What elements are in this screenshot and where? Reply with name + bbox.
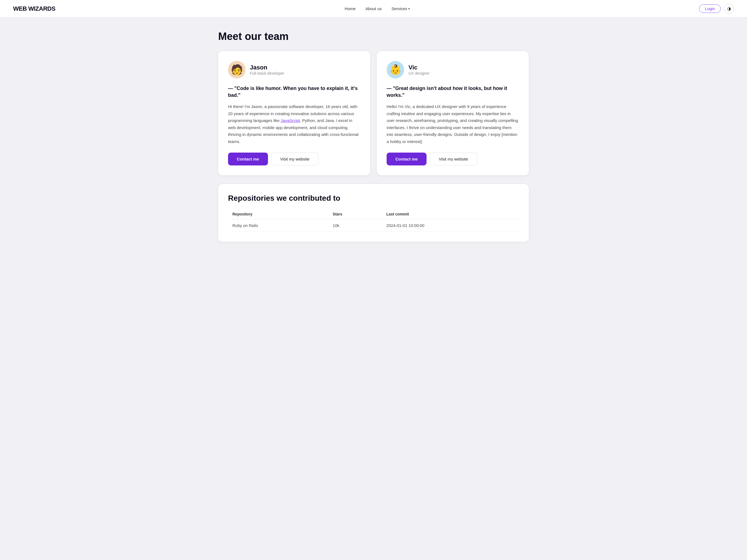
- jason-contact-button[interactable]: Contact me: [228, 153, 268, 166]
- nav-item-services[interactable]: Services ▾: [391, 6, 410, 11]
- section-title: Meet our team: [218, 31, 529, 42]
- avatar-jason: 🧑: [228, 61, 246, 78]
- vic-website-button[interactable]: Visit my website: [430, 153, 477, 166]
- team-card-vic: 👶 Vic UX designer — "Great design isn't …: [377, 51, 529, 175]
- repos-col-repository: Repository: [228, 209, 328, 219]
- site-logo: WEB WIZARDS: [13, 5, 55, 12]
- repo-name: Ruby on Rails: [228, 219, 328, 232]
- jason-bio: Hi there! I'm Jason, a passionate softwa…: [228, 103, 360, 145]
- repos-table-head: Repository Stars Last commit: [228, 209, 519, 219]
- nav-link-about[interactable]: About us: [366, 6, 382, 11]
- jason-name: Jason: [250, 64, 284, 71]
- avatar-vic: 👶: [387, 61, 404, 78]
- avatar-jason-emoji: 🧑: [231, 64, 243, 75]
- vic-card-actions: Contact me Visit my website: [387, 153, 519, 166]
- theme-toggle-button[interactable]: ◑: [724, 4, 734, 14]
- vic-name: Vic: [409, 64, 430, 71]
- nav-link-home[interactable]: Home: [345, 6, 356, 11]
- navbar: WEB WIZARDS Home About us Services ▾ Log…: [0, 0, 747, 18]
- repos-table-body: Ruby on Rails 10k 2024-01-01 10:00:00: [228, 219, 519, 232]
- nav-item-about[interactable]: About us: [366, 6, 382, 11]
- nav-link-services[interactable]: Services: [391, 6, 407, 11]
- repos-col-last-commit: Last commit: [382, 209, 519, 219]
- login-button[interactable]: Login: [699, 4, 721, 13]
- repos-col-stars: Stars: [328, 209, 382, 219]
- avatar-vic-emoji: 👶: [389, 64, 402, 75]
- nav-item-home[interactable]: Home: [345, 6, 356, 11]
- repos-title: Repositories we contributed to: [228, 194, 519, 203]
- repos-section: Repositories we contributed to Repositor…: [218, 184, 529, 242]
- vic-contact-button[interactable]: Contact me: [387, 153, 427, 166]
- repos-table-header-row: Repository Stars Last commit: [228, 209, 519, 219]
- jason-website-button[interactable]: Visit my website: [271, 153, 318, 166]
- jason-card-actions: Contact me Visit my website: [228, 153, 360, 166]
- vic-role: UX designer: [409, 71, 430, 75]
- javascript-link[interactable]: JavaScript: [281, 118, 300, 123]
- repo-stars: 10k: [328, 219, 382, 232]
- card-header-jason: 🧑 Jason Full-stack developer: [228, 61, 360, 78]
- card-header-vic: 👶 Vic UX designer: [387, 61, 519, 78]
- nav-actions: Login ◑: [699, 4, 734, 14]
- repo-last-commit: 2024-01-01 10:00:00: [382, 219, 519, 232]
- chevron-down-icon: ▾: [408, 7, 410, 11]
- theme-icon: ◑: [727, 6, 731, 11]
- jason-quote: — "Code is like humor. When you have to …: [228, 85, 360, 99]
- team-cards-container: 🧑 Jason Full-stack developer — "Code is …: [218, 51, 529, 175]
- card-info-vic: Vic UX designer: [409, 64, 430, 75]
- repos-table: Repository Stars Last commit Ruby on Rai…: [228, 209, 519, 232]
- jason-role: Full-stack developer: [250, 71, 284, 75]
- vic-quote: — "Great design isn't about how it looks…: [387, 85, 519, 99]
- team-card-jason: 🧑 Jason Full-stack developer — "Code is …: [218, 51, 370, 175]
- main-content: Meet our team 🧑 Jason Full-stack develop…: [209, 18, 538, 255]
- table-row: Ruby on Rails 10k 2024-01-01 10:00:00: [228, 219, 519, 232]
- vic-bio: Hello! I'm Vic, a dedicated UX designer …: [387, 103, 519, 145]
- card-info-jason: Jason Full-stack developer: [250, 64, 284, 75]
